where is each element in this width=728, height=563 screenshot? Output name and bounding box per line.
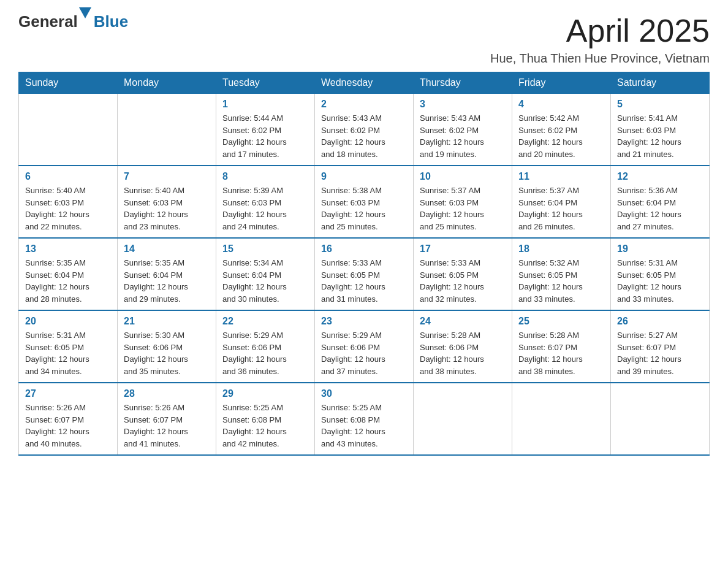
day-info: Sunrise: 5:42 AM Sunset: 6:02 PM Dayligh…	[518, 112, 604, 160]
calendar-cell: 27Sunrise: 5:26 AM Sunset: 6:07 PM Dayli…	[19, 383, 118, 455]
weekday-header-thursday: Thursday	[414, 72, 512, 94]
calendar-cell: 21Sunrise: 5:30 AM Sunset: 6:06 PM Dayli…	[118, 310, 216, 383]
calendar-week-row: 20Sunrise: 5:31 AM Sunset: 6:05 PM Dayli…	[19, 310, 710, 383]
day-info: Sunrise: 5:25 AM Sunset: 6:08 PM Dayligh…	[321, 402, 407, 450]
calendar-cell: 20Sunrise: 5:31 AM Sunset: 6:05 PM Dayli…	[19, 310, 118, 383]
calendar-cell: 7Sunrise: 5:40 AM Sunset: 6:03 PM Daylig…	[118, 166, 216, 238]
day-info: Sunrise: 5:28 AM Sunset: 6:06 PM Dayligh…	[420, 329, 506, 377]
day-info: Sunrise: 5:30 AM Sunset: 6:06 PM Dayligh…	[124, 329, 210, 377]
day-info: Sunrise: 5:37 AM Sunset: 6:04 PM Dayligh…	[518, 185, 604, 232]
calendar-cell: 17Sunrise: 5:33 AM Sunset: 6:05 PM Dayli…	[414, 238, 512, 310]
calendar-cell: 3Sunrise: 5:43 AM Sunset: 6:02 PM Daylig…	[414, 94, 512, 166]
calendar-week-row: 27Sunrise: 5:26 AM Sunset: 6:07 PM Dayli…	[19, 383, 710, 455]
day-number: 24	[420, 316, 506, 327]
calendar-subtitle: Hue, Thua Thien Hue Province, Vietnam	[490, 52, 710, 66]
day-number: 18	[518, 243, 604, 255]
day-info: Sunrise: 5:32 AM Sunset: 6:05 PM Dayligh…	[518, 257, 604, 305]
calendar-cell: 15Sunrise: 5:34 AM Sunset: 6:04 PM Dayli…	[216, 238, 315, 310]
weekday-header-tuesday: Tuesday	[216, 72, 315, 94]
calendar-cell: 5Sunrise: 5:41 AM Sunset: 6:03 PM Daylig…	[611, 94, 710, 166]
day-info: Sunrise: 5:26 AM Sunset: 6:07 PM Dayligh…	[25, 402, 111, 450]
day-number: 26	[617, 316, 703, 327]
logo-blue: Blue	[94, 12, 128, 31]
calendar-cell: 25Sunrise: 5:28 AM Sunset: 6:07 PM Dayli…	[512, 310, 611, 383]
day-number: 23	[321, 316, 407, 327]
calendar-cell: 8Sunrise: 5:39 AM Sunset: 6:03 PM Daylig…	[216, 166, 315, 238]
calendar-week-row: 1Sunrise: 5:44 AM Sunset: 6:02 PM Daylig…	[19, 94, 710, 166]
day-number: 29	[222, 388, 308, 399]
day-info: Sunrise: 5:31 AM Sunset: 6:05 PM Dayligh…	[25, 329, 111, 377]
calendar-cell	[19, 94, 118, 166]
day-number: 7	[124, 171, 210, 182]
day-info: Sunrise: 5:35 AM Sunset: 6:04 PM Dayligh…	[25, 257, 111, 305]
calendar-cell: 19Sunrise: 5:31 AM Sunset: 6:05 PM Dayli…	[611, 238, 710, 310]
day-info: Sunrise: 5:29 AM Sunset: 6:06 PM Dayligh…	[222, 329, 308, 377]
page-header: General Blue April 2025 Hue, Thua Thien …	[18, 12, 710, 66]
day-info: Sunrise: 5:40 AM Sunset: 6:03 PM Dayligh…	[25, 185, 111, 232]
day-info: Sunrise: 5:28 AM Sunset: 6:07 PM Dayligh…	[518, 329, 604, 377]
calendar-header-row: SundayMondayTuesdayWednesdayThursdayFrid…	[19, 72, 710, 94]
day-number: 11	[518, 171, 604, 182]
calendar-title: April 2025	[490, 12, 710, 49]
weekday-header-wednesday: Wednesday	[315, 72, 414, 94]
day-info: Sunrise: 5:43 AM Sunset: 6:02 PM Dayligh…	[321, 112, 407, 160]
calendar-cell: 1Sunrise: 5:44 AM Sunset: 6:02 PM Daylig…	[216, 94, 315, 166]
weekday-header-friday: Friday	[512, 72, 611, 94]
day-number: 16	[321, 243, 407, 255]
weekday-header-monday: Monday	[118, 72, 216, 94]
day-info: Sunrise: 5:34 AM Sunset: 6:04 PM Dayligh…	[222, 257, 308, 305]
day-number: 13	[25, 243, 111, 255]
day-number: 28	[124, 388, 210, 399]
calendar-cell: 28Sunrise: 5:26 AM Sunset: 6:07 PM Dayli…	[118, 383, 216, 455]
day-info: Sunrise: 5:38 AM Sunset: 6:03 PM Dayligh…	[321, 185, 407, 232]
calendar-cell: 26Sunrise: 5:27 AM Sunset: 6:07 PM Dayli…	[611, 310, 710, 383]
day-info: Sunrise: 5:37 AM Sunset: 6:03 PM Dayligh…	[420, 185, 506, 232]
day-number: 25	[518, 316, 604, 327]
calendar-cell	[118, 94, 216, 166]
calendar-cell: 4Sunrise: 5:42 AM Sunset: 6:02 PM Daylig…	[512, 94, 611, 166]
day-number: 1	[222, 99, 308, 110]
calendar-cell: 18Sunrise: 5:32 AM Sunset: 6:05 PM Dayli…	[512, 238, 611, 310]
day-info: Sunrise: 5:39 AM Sunset: 6:03 PM Dayligh…	[222, 185, 308, 232]
calendar-cell: 23Sunrise: 5:29 AM Sunset: 6:06 PM Dayli…	[315, 310, 414, 383]
day-number: 20	[25, 316, 111, 327]
calendar-week-row: 6Sunrise: 5:40 AM Sunset: 6:03 PM Daylig…	[19, 166, 710, 238]
calendar-cell: 12Sunrise: 5:36 AM Sunset: 6:04 PM Dayli…	[611, 166, 710, 238]
calendar-cell: 30Sunrise: 5:25 AM Sunset: 6:08 PM Dayli…	[315, 383, 414, 455]
day-number: 9	[321, 171, 407, 182]
calendar-cell: 13Sunrise: 5:35 AM Sunset: 6:04 PM Dayli…	[19, 238, 118, 310]
day-number: 12	[617, 171, 703, 182]
calendar-cell: 14Sunrise: 5:35 AM Sunset: 6:04 PM Dayli…	[118, 238, 216, 310]
calendar-cell	[414, 383, 512, 455]
day-number: 21	[124, 316, 210, 327]
calendar-cell: 2Sunrise: 5:43 AM Sunset: 6:02 PM Daylig…	[315, 94, 414, 166]
day-number: 30	[321, 388, 407, 399]
day-number: 14	[124, 243, 210, 255]
day-info: Sunrise: 5:44 AM Sunset: 6:02 PM Dayligh…	[222, 112, 308, 160]
day-info: Sunrise: 5:31 AM Sunset: 6:05 PM Dayligh…	[617, 257, 703, 305]
day-info: Sunrise: 5:36 AM Sunset: 6:04 PM Dayligh…	[617, 185, 703, 232]
day-number: 15	[222, 243, 308, 255]
calendar-week-row: 13Sunrise: 5:35 AM Sunset: 6:04 PM Dayli…	[19, 238, 710, 310]
day-info: Sunrise: 5:29 AM Sunset: 6:06 PM Dayligh…	[321, 329, 407, 377]
logo-general: General	[18, 12, 91, 31]
day-info: Sunrise: 5:41 AM Sunset: 6:03 PM Dayligh…	[617, 112, 703, 160]
day-info: Sunrise: 5:33 AM Sunset: 6:05 PM Dayligh…	[321, 257, 407, 305]
day-number: 2	[321, 99, 407, 110]
calendar-cell: 29Sunrise: 5:25 AM Sunset: 6:08 PM Dayli…	[216, 383, 315, 455]
calendar-cell: 16Sunrise: 5:33 AM Sunset: 6:05 PM Dayli…	[315, 238, 414, 310]
day-number: 3	[420, 99, 506, 110]
day-number: 5	[617, 99, 703, 110]
day-number: 19	[617, 243, 703, 255]
title-area: April 2025 Hue, Thua Thien Hue Province,…	[490, 12, 710, 66]
calendar-cell: 6Sunrise: 5:40 AM Sunset: 6:03 PM Daylig…	[19, 166, 118, 238]
calendar-cell: 22Sunrise: 5:29 AM Sunset: 6:06 PM Dayli…	[216, 310, 315, 383]
day-number: 6	[25, 171, 111, 182]
day-info: Sunrise: 5:43 AM Sunset: 6:02 PM Dayligh…	[420, 112, 506, 160]
day-number: 22	[222, 316, 308, 327]
day-info: Sunrise: 5:26 AM Sunset: 6:07 PM Dayligh…	[124, 402, 210, 450]
calendar-cell: 10Sunrise: 5:37 AM Sunset: 6:03 PM Dayli…	[414, 166, 512, 238]
logo: General Blue	[18, 12, 128, 31]
day-info: Sunrise: 5:35 AM Sunset: 6:04 PM Dayligh…	[124, 257, 210, 305]
calendar-cell: 24Sunrise: 5:28 AM Sunset: 6:06 PM Dayli…	[414, 310, 512, 383]
